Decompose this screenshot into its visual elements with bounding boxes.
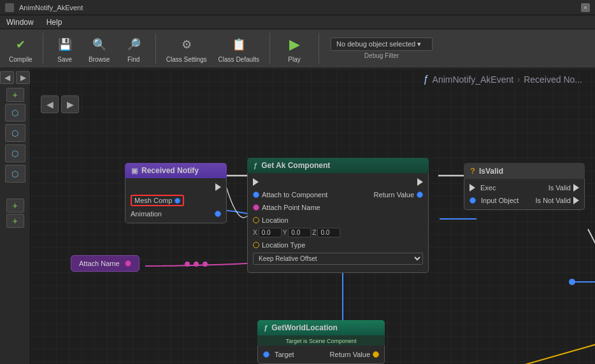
return-value-pin[interactable] — [373, 351, 379, 358]
is-not-valid-pin[interactable] — [573, 197, 579, 204]
y-input[interactable] — [288, 228, 311, 237]
animation-label: Animation — [131, 210, 162, 218]
class-settings-button[interactable]: ⚙ Class Settings — [162, 32, 211, 66]
getworldloc-body: Target Return Value — [257, 346, 385, 364]
pin-row-exec — [125, 181, 226, 193]
mesh-comp-pin[interactable] — [175, 198, 180, 204]
target-label: Target — [275, 351, 327, 358]
location-type-select[interactable]: Keep Relative Offset — [253, 253, 423, 265]
menu-window[interactable]: Window — [4, 17, 36, 28]
received-notify-header: ▣ Received Notify — [125, 163, 227, 178]
save-icon: 💾 — [55, 34, 75, 55]
class-defaults-icon: 📋 — [229, 34, 249, 55]
sidebar-icon-4[interactable]: ⬡ — [5, 165, 25, 183]
wire-bridge — [185, 262, 208, 267]
class-settings-label: Class Settings — [166, 56, 207, 63]
attach-name-node[interactable]: Attach Name — [71, 255, 140, 272]
play-button[interactable]: ▶ Play — [276, 32, 312, 66]
location-pin[interactable] — [253, 217, 259, 223]
menu-bar: Window Help — [0, 15, 595, 29]
pin-row-exec — [248, 176, 428, 188]
getworldloc-title: GetWorldLocation — [271, 323, 338, 332]
get-ak-title: Get Ak Component — [261, 161, 330, 170]
pin-row-attach-point: Attach Point Name — [248, 201, 428, 214]
find-button[interactable]: 🔎 Find — [118, 32, 149, 66]
attach-name-body: Attach Name — [71, 255, 140, 272]
browse-button[interactable]: 🔍 Browse — [84, 32, 115, 66]
class-defaults-label: Class Defaults — [219, 56, 259, 63]
toolbar-divider-2 — [155, 33, 156, 64]
nav-forward-button[interactable]: ▶ — [16, 71, 30, 84]
pin-row-animation: Animation — [125, 207, 226, 220]
attach-comp-label: Attach to Component — [262, 191, 371, 199]
getworldloc-header: ƒ GetWorldLocation — [257, 320, 385, 335]
is-valid-label: Is Valid — [548, 184, 571, 192]
browse-label: Browse — [89, 56, 110, 63]
return-value-label: Return Value — [330, 351, 370, 358]
blueprint-canvas[interactable]: ◀ ▶ ƒ AnimNotify_AkEvent › Received No..… — [31, 69, 595, 364]
canvas-back-button[interactable]: ◀ — [41, 95, 59, 113]
close-button[interactable]: × — [581, 3, 590, 12]
debug-object-dropdown[interactable]: No debug object selected ▾ — [331, 38, 433, 51]
exec-in-pin[interactable] — [253, 178, 259, 186]
toolbar-divider-1 — [43, 33, 43, 64]
get-ak-component-node[interactable]: ƒ Get Ak Component Attach to Component R… — [247, 158, 429, 273]
isvalid-node[interactable]: ? IsValid Exec Is Valid Input Object Is … — [464, 163, 585, 210]
attach-name-label: Attach Name — [79, 260, 120, 267]
attach-comp-pin[interactable] — [253, 192, 259, 198]
toolbar: ✔ Compile 💾 Save 🔍 Browse 🔎 Find ⚙ Class… — [0, 29, 595, 69]
class-defaults-button[interactable]: 📋 Class Defaults — [215, 32, 263, 66]
pin-row-target: Target Return Value — [258, 348, 384, 361]
is-valid-out-pin[interactable] — [573, 184, 579, 192]
sidebar-icon-1[interactable]: ⬡ — [5, 104, 25, 122]
isvalid-header: ? IsValid — [464, 163, 585, 179]
received-notify-title: Received Notify — [141, 166, 199, 175]
y-label: Y — [283, 229, 287, 236]
input-object-pin[interactable] — [470, 197, 476, 204]
animation-pin[interactable] — [215, 211, 221, 217]
menu-help[interactable]: Help — [44, 17, 65, 28]
get-ak-body: Attach to Component Return Value Attach … — [247, 173, 429, 273]
bridge-dot-3 — [203, 262, 208, 267]
sidebar-icon-2[interactable]: ⬡ — [5, 124, 25, 142]
add-button-3[interactable]: + — [6, 214, 24, 228]
location-type-pin[interactable] — [253, 242, 259, 248]
exec-out-pin[interactable] — [215, 183, 221, 191]
class-settings-icon: ⚙ — [176, 34, 197, 55]
compile-icon: ✔ — [10, 34, 31, 55]
pin-row-exec-in: Exec Is Valid — [464, 181, 584, 194]
svg-point-0 — [569, 279, 575, 285]
toolbar-divider-3 — [269, 33, 270, 64]
pin-row-attach-comp: Attach to Component Return Value — [248, 188, 428, 201]
sidebar-icon-3[interactable]: ⬡ — [5, 144, 25, 162]
exec-out-pin[interactable] — [417, 178, 423, 186]
save-button[interactable]: 💾 Save — [50, 32, 80, 66]
canvas-forward-button[interactable]: ▶ — [61, 95, 79, 113]
find-label: Find — [127, 56, 140, 63]
canvas-nav: ◀ ▶ — [41, 95, 79, 113]
exec-in-pin[interactable] — [470, 184, 475, 192]
x-input[interactable] — [259, 228, 282, 237]
location-type-label: Location Type — [262, 241, 423, 249]
add-button[interactable]: + — [6, 88, 24, 102]
nav-back-button[interactable]: ◀ — [0, 71, 14, 84]
get-world-location-node[interactable]: ƒ GetWorldLocation Target is Scene Compo… — [257, 320, 385, 364]
attach-name-pin[interactable] — [125, 260, 131, 267]
target-pin[interactable] — [263, 351, 269, 358]
return-value-pin[interactable] — [417, 192, 423, 198]
compile-button[interactable]: ✔ Compile — [5, 32, 36, 66]
pin-row-mesh-comp: Mesh Comp — [125, 193, 226, 207]
attach-point-pin[interactable] — [253, 204, 259, 211]
return-value-label: Return Value — [374, 191, 414, 199]
location-label: Location — [262, 216, 423, 224]
toolbar-divider-4 — [319, 33, 319, 64]
left-sidebar: ◀ ▶ + ⬡ ⬡ ⬡ ⬡ + + — [0, 69, 31, 364]
save-label: Save — [57, 56, 72, 63]
add-button-2[interactable]: + — [6, 199, 24, 213]
debug-filter-section: No debug object selected ▾ Debug Filter — [331, 38, 433, 59]
debug-filter-label: Debug Filter — [364, 52, 399, 59]
bridge-dot-2 — [194, 262, 199, 267]
received-notify-node[interactable]: ▣ Received Notify Mesh Comp Animation — [125, 163, 227, 223]
z-input[interactable] — [317, 228, 340, 237]
pin-row-location: Location — [248, 214, 428, 227]
